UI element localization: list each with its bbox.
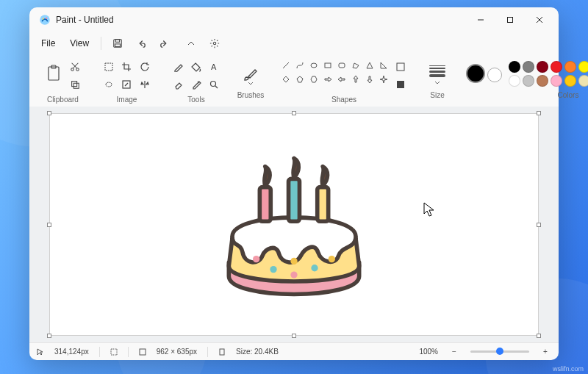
save-icon[interactable] (107, 34, 128, 53)
paste-button[interactable] (43, 59, 65, 88)
collapse-ribbon-icon[interactable] (181, 34, 201, 53)
shape-oval[interactable] (307, 59, 320, 72)
svg-rect-9 (115, 44, 121, 47)
eyedropper-icon[interactable] (188, 76, 204, 93)
redo-icon[interactable] (154, 34, 175, 53)
group-label: Shapes (331, 94, 356, 104)
text-icon[interactable]: A (206, 59, 222, 75)
cursor-position-icon (37, 348, 44, 356)
svg-rect-22 (325, 63, 331, 68)
svg-point-10 (213, 42, 216, 45)
color-swatch[interactable] (509, 75, 520, 87)
zoom-slider[interactable] (470, 350, 529, 353)
eraser-icon[interactable] (171, 76, 187, 93)
shape-star4[interactable] (377, 73, 390, 86)
group-shapes: Shapes (273, 57, 415, 107)
shape-diamond[interactable] (279, 73, 293, 86)
shape-outline-icon[interactable] (392, 59, 409, 75)
shape-polygon[interactable] (349, 59, 362, 72)
resize-handle[interactable] (537, 334, 541, 338)
group-label: Tools (187, 94, 204, 104)
group-brushes: Brushes (234, 57, 268, 102)
group-colors: Colors (460, 57, 588, 102)
maximize-button[interactable] (495, 10, 525, 30)
selection-size-icon (110, 348, 118, 356)
color-swatch[interactable] (564, 75, 576, 87)
shape-arrow-right[interactable] (321, 73, 334, 86)
undo-icon[interactable] (131, 34, 151, 53)
shape-pentagon[interactable] (293, 73, 306, 86)
select-rect-icon[interactable] (101, 59, 117, 75)
svg-point-13 (71, 68, 74, 71)
title-bar: Paint - Untitled (29, 7, 559, 32)
svg-point-0 (40, 15, 50, 25)
resize-icon[interactable] (118, 76, 135, 93)
group-label: Image (117, 94, 137, 104)
shape-triangle[interactable] (363, 59, 376, 72)
menu-file[interactable]: File (35, 35, 61, 51)
shape-roundrect[interactable] (335, 59, 348, 72)
resize-handle[interactable] (47, 111, 51, 115)
shape-curve[interactable] (293, 59, 306, 72)
svg-point-2 (46, 18, 47, 19)
crop-icon[interactable] (118, 59, 135, 75)
svg-rect-15 (72, 82, 77, 87)
zoom-out-button[interactable]: − (448, 346, 460, 358)
color-swatch[interactable] (537, 61, 548, 73)
group-label: Brushes (237, 90, 265, 99)
shape-rect[interactable] (321, 59, 334, 72)
resize-handle[interactable] (537, 111, 541, 115)
color-swatch[interactable] (537, 75, 548, 87)
resize-handle[interactable] (292, 111, 296, 115)
fill-icon[interactable] (188, 59, 204, 75)
color-swatch[interactable] (523, 75, 534, 87)
svg-point-27 (253, 255, 259, 262)
pencil-icon[interactable] (171, 59, 187, 75)
select-free-icon[interactable] (101, 76, 117, 93)
group-clipboard: Clipboard (37, 57, 89, 107)
magnifier-icon[interactable] (206, 76, 222, 93)
brush-button[interactable] (240, 59, 262, 88)
color-2[interactable] (487, 68, 502, 82)
rotate-icon[interactable] (137, 59, 153, 75)
svg-rect-24 (397, 63, 404, 71)
svg-point-21 (311, 63, 317, 68)
resize-handle[interactable] (292, 334, 296, 338)
color-swatch[interactable] (551, 75, 562, 87)
zoom-in-button[interactable]: + (539, 346, 551, 358)
paint-window: Paint - Untitled File View Clipboard (29, 7, 559, 360)
shape-line[interactable] (279, 59, 293, 72)
settings-icon[interactable] (204, 34, 225, 53)
color-swatch[interactable] (564, 61, 576, 73)
copy-icon[interactable] (67, 76, 83, 93)
cut-icon[interactable] (67, 59, 83, 75)
resize-handle[interactable] (47, 223, 51, 227)
color-swatch[interactable] (578, 75, 588, 87)
menu-view[interactable]: View (64, 35, 95, 51)
color-swatch[interactable] (523, 61, 534, 73)
flip-icon[interactable] (137, 76, 153, 93)
shape-arrow-down[interactable] (363, 73, 376, 86)
cursor-icon (423, 202, 435, 217)
color-swatch[interactable] (509, 61, 520, 73)
close-button[interactable] (525, 10, 554, 30)
color-swatch[interactable] (578, 61, 588, 73)
shape-fill-icon[interactable] (392, 76, 409, 93)
cursor-position: 314,124px (54, 348, 89, 356)
resize-handle[interactable] (537, 223, 541, 227)
color-1[interactable] (466, 64, 485, 83)
resize-handle[interactable] (47, 334, 51, 338)
shapes-gallery[interactable] (279, 59, 390, 86)
shape-right-triangle[interactable] (377, 59, 390, 72)
shape-arrow-up[interactable] (349, 73, 362, 86)
shape-hexagon[interactable] (307, 73, 320, 86)
canvas[interactable] (50, 114, 538, 335)
minimize-button[interactable] (466, 10, 495, 30)
shape-arrow-left[interactable] (335, 73, 348, 86)
svg-rect-35 (318, 187, 329, 221)
color-swatch[interactable] (551, 61, 562, 73)
svg-rect-23 (339, 63, 345, 68)
svg-rect-11 (49, 67, 59, 80)
canvas-area (29, 107, 559, 342)
stroke-size-button[interactable] (426, 59, 448, 88)
